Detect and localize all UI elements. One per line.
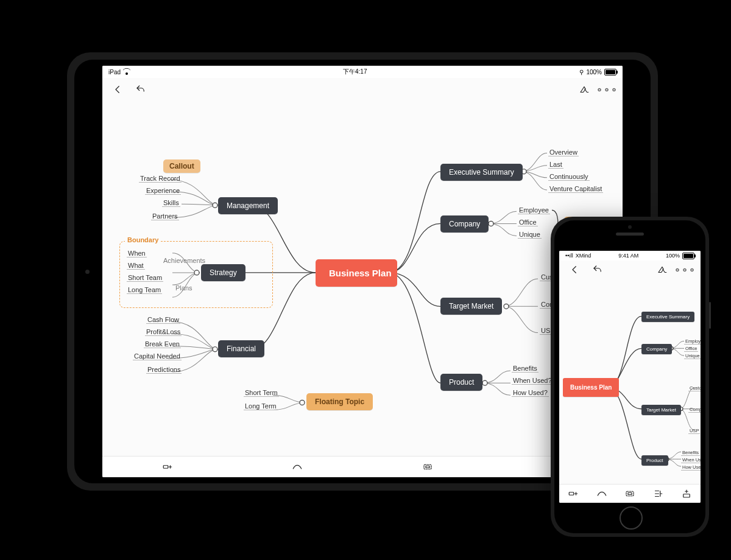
central-topic[interactable]: Business Plan <box>563 378 619 397</box>
leaf[interactable]: When Used? <box>512 376 553 385</box>
wifi-icon <box>123 69 130 75</box>
add-topic-icon[interactable] <box>680 487 693 500</box>
leaf[interactable]: Employee <box>518 206 550 214</box>
leaf[interactable]: Benefits <box>512 364 539 373</box>
leaf[interactable]: Last <box>548 160 563 169</box>
style-button[interactable] <box>577 83 591 96</box>
more-button[interactable]: ∘∘∘ <box>601 83 614 96</box>
add-subtopic-icon[interactable] <box>567 487 580 500</box>
summary-icon[interactable] <box>651 487 665 500</box>
boundary-icon[interactable] <box>421 460 434 474</box>
iphone-home-button[interactable] <box>620 506 643 530</box>
undo-button[interactable] <box>591 263 604 276</box>
leaf[interactable]: Partners <box>151 212 179 220</box>
boundary-icon[interactable] <box>623 487 637 500</box>
leaf[interactable]: Experience <box>145 186 181 195</box>
more-button[interactable]: ∘∘∘ <box>679 263 692 276</box>
node-company[interactable]: Company <box>440 215 489 233</box>
iphone-bottom-toolbar <box>559 484 701 503</box>
clock-label: 下午4:17 <box>130 68 579 76</box>
svg-point-2 <box>213 347 217 352</box>
node-target-market[interactable]: Target Market <box>641 405 681 415</box>
svg-rect-9 <box>424 464 431 469</box>
leaf[interactable]: Profit&Loss <box>145 327 182 336</box>
leaf[interactable]: Break Even <box>144 340 181 348</box>
node-product[interactable]: Product <box>641 455 668 466</box>
leaf[interactable]: Competitors <box>688 406 701 413</box>
iphone-status-bar: ••ıll XMind 9:41 AM 100% <box>559 251 701 261</box>
leaf[interactable]: Track Record <box>139 174 182 183</box>
callout-label[interactable]: Callout <box>163 159 200 173</box>
leaf[interactable]: Benefits <box>681 449 700 456</box>
leaf[interactable]: Short Team <box>127 273 163 282</box>
back-button[interactable] <box>568 263 581 276</box>
leaf[interactable]: When Used? <box>681 457 701 463</box>
leaf[interactable]: When <box>127 249 147 257</box>
add-subtopic-icon[interactable] <box>161 460 174 474</box>
leaf[interactable]: Continuously <box>548 172 590 181</box>
ipad-status-bar: iPad 下午4:17 ⚲ 100% <box>102 66 623 78</box>
back-button[interactable] <box>111 83 124 96</box>
svg-rect-16 <box>628 493 632 495</box>
relationship-icon[interactable] <box>595 487 609 500</box>
svg-point-5 <box>504 304 509 309</box>
leaf[interactable]: How Used? <box>512 388 549 397</box>
leaf[interactable]: Unique <box>684 352 701 359</box>
leaf[interactable]: Long Team <box>127 285 162 294</box>
iphone-canvas[interactable]: Business Plan Executive Summary Company … <box>559 279 701 485</box>
carrier-label: XMind <box>576 253 592 259</box>
node-exec-summary[interactable]: Executive Summary <box>440 164 523 181</box>
node-exec-summary[interactable]: Executive Summary <box>641 312 694 322</box>
undo-button[interactable] <box>134 83 147 96</box>
leaf[interactable]: Capital Needed <box>133 352 182 360</box>
leaf[interactable]: Predictions <box>146 365 182 374</box>
ipad-bottom-toolbar <box>102 456 623 477</box>
node-strategy[interactable]: Strategy <box>201 264 245 281</box>
svg-rect-8 <box>163 466 168 469</box>
node-floating-topic[interactable]: Floating Topic <box>306 393 373 410</box>
iphone-toolbar: ∘∘∘ <box>559 261 701 279</box>
iphone-speaker <box>616 233 644 236</box>
svg-rect-17 <box>683 494 690 497</box>
signal-icon: ••ıll <box>565 253 573 259</box>
style-button[interactable] <box>655 263 669 276</box>
leaf[interactable]: Long Term <box>244 402 278 410</box>
battery-icon <box>682 253 694 259</box>
node-management[interactable]: Management <box>218 197 278 214</box>
node-product[interactable]: Product <box>440 374 482 391</box>
svg-point-0 <box>213 203 217 208</box>
leaf[interactable]: How Used? <box>681 464 701 471</box>
svg-point-6 <box>482 380 487 385</box>
leaf[interactable]: Overview <box>548 148 579 156</box>
leaf[interactable]: Cash Flow <box>146 315 180 324</box>
leaf[interactable]: USP <box>688 427 700 434</box>
leaf[interactable]: Office <box>518 218 538 226</box>
leaf[interactable]: Venture Capitalist <box>548 184 603 193</box>
ipad-screen: iPad 下午4:17 ⚲ 100% ∘∘∘ <box>102 66 623 477</box>
carrier-label: iPad <box>108 69 121 75</box>
leaf[interactable]: Employee <box>684 338 701 345</box>
leaf-sub: Plans <box>174 284 194 292</box>
battery-label: 100% <box>666 253 680 259</box>
ipad-toolbar: ∘∘∘ <box>102 78 623 102</box>
bluetooth-icon: ⚲ <box>579 69 584 75</box>
iphone-side-button[interactable] <box>709 302 711 329</box>
leaf[interactable]: Office <box>684 345 698 352</box>
ipad-canvas[interactable]: Business Plan Callout Management Track R… <box>102 101 623 457</box>
node-financial[interactable]: Financial <box>218 340 264 357</box>
relationship-icon[interactable] <box>291 460 304 474</box>
battery-icon <box>604 69 616 75</box>
leaf[interactable]: Unique <box>518 230 542 239</box>
leaf[interactable]: Short Term <box>244 388 279 397</box>
leaf[interactable]: What <box>127 261 145 270</box>
node-company[interactable]: Company <box>641 344 672 354</box>
central-topic[interactable]: Business Plan <box>316 259 397 287</box>
svg-rect-10 <box>426 466 429 468</box>
leaf[interactable]: Skills <box>162 198 180 207</box>
svg-point-7 <box>300 400 305 405</box>
iphone-camera <box>628 225 632 229</box>
node-target-market[interactable]: Target Market <box>440 298 502 315</box>
leaf[interactable]: Customers <box>688 385 701 391</box>
boundary-label: Boundary <box>125 236 161 243</box>
svg-rect-14 <box>569 492 574 495</box>
